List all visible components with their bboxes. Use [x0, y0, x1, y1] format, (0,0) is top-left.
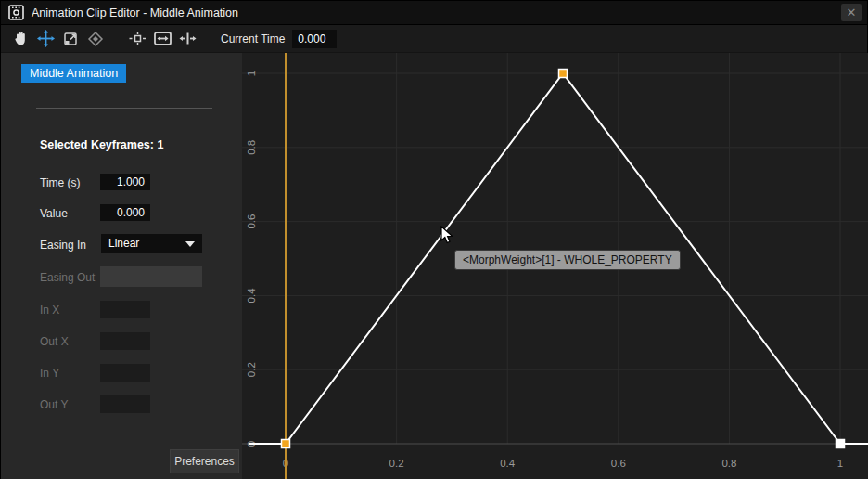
selected-keyframes-count: 1	[157, 138, 163, 151]
out-y-input	[100, 395, 150, 413]
x-tick-label: 1	[837, 458, 843, 469]
time-input[interactable]: 1.000	[100, 174, 150, 190]
close-icon[interactable]: ✕	[841, 4, 862, 21]
preferences-button[interactable]: Preferences	[170, 449, 239, 473]
y-tick-label: 0.6	[246, 214, 257, 229]
chevron-down-icon	[185, 241, 195, 247]
scale-keyframes-icon[interactable]	[58, 28, 83, 50]
titlebar: Animation Clip Editor - Middle Animation…	[1, 1, 867, 25]
value-input[interactable]: 0.000	[100, 204, 150, 221]
in-y-input	[100, 364, 150, 382]
keyframe-diamond-icon[interactable]	[83, 28, 108, 50]
x-tick-label: 0.4	[500, 458, 516, 469]
x-tick-label: 0.2	[389, 458, 404, 469]
y-tick-label: 0.4	[246, 288, 257, 304]
current-time-label: Current Time	[221, 32, 285, 45]
keyframe-inspector-sidebar: Middle Animation Selected Keyframes: 1 T…	[1, 53, 242, 479]
easing-out-label: Easing Out	[40, 271, 95, 284]
property-tooltip: <MorphWeight>[1] - WHOLE_PROPERTY	[454, 250, 681, 270]
in-x-input	[100, 301, 150, 318]
pan-hand-icon[interactable]	[8, 28, 32, 50]
mouse-cursor-icon	[440, 226, 453, 244]
center-keyframe-icon[interactable]	[125, 28, 149, 50]
keyframe-handle-selected[interactable]	[282, 440, 290, 448]
selected-keyframes-label: Selected Keyframes:	[40, 138, 154, 151]
value-label: Value	[40, 207, 68, 220]
curve-editor-canvas[interactable]: 00.20.40.60.8100.20.40.60.81 <MorphWeigh…	[242, 53, 868, 479]
in-x-label: In X	[40, 304, 59, 317]
time-label: Time (s)	[40, 176, 81, 189]
toolbar: Current Time 0.000	[1, 25, 867, 53]
y-tick-label: 0.2	[246, 362, 257, 377]
x-tick-label: 0.8	[721, 458, 736, 469]
current-time-input[interactable]: 0.000	[292, 30, 337, 48]
x-tick-label: 0.6	[611, 458, 626, 469]
keyframe-handle-selected[interactable]	[559, 70, 568, 78]
clip-tab[interactable]: Middle Animation	[21, 64, 126, 83]
easing-in-value: Linear	[108, 237, 139, 250]
keyframe-handle[interactable]	[836, 440, 845, 448]
easing-out-dropdown	[100, 266, 202, 287]
fit-width-icon[interactable]	[150, 28, 174, 50]
animation-clip-icon	[8, 5, 24, 20]
out-x-input	[100, 332, 150, 350]
easing-in-dropdown[interactable]: Linear	[101, 234, 202, 253]
y-tick-label: 0.8	[246, 140, 257, 155]
in-y-label: In Y	[40, 367, 59, 380]
y-tick-label: 1	[246, 71, 257, 76]
animation-clip-editor-window: Animation Clip Editor - Middle Animation…	[0, 0, 868, 479]
easing-in-label: Easing In	[40, 239, 86, 252]
window-title: Animation Clip Editor - Middle Animation	[32, 6, 238, 19]
out-x-label: Out X	[40, 335, 69, 348]
out-y-label: Out Y	[40, 398, 68, 411]
stretch-keyframes-icon[interactable]	[175, 28, 199, 50]
move-arrows-icon[interactable]	[33, 28, 57, 50]
divider	[36, 108, 212, 109]
